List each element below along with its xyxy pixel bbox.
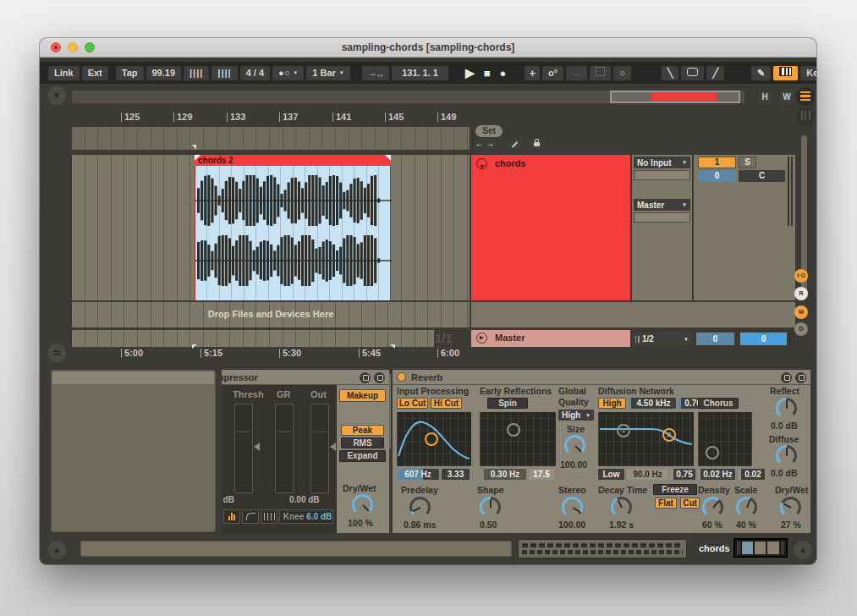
master-lane[interactable] — [72, 330, 434, 347]
track-unfold-button[interactable] — [476, 158, 487, 169]
draw-mode-button[interactable]: ✎ — [751, 66, 771, 80]
threshold-handle-icon[interactable] — [254, 443, 260, 451]
new-button[interactable]: + — [525, 66, 540, 80]
spin-rate-value[interactable]: 0.30 Hz — [484, 469, 526, 480]
knee-value[interactable]: 6.0 dB — [306, 512, 332, 521]
transfer-curve-button[interactable] — [242, 509, 259, 524]
shape-value[interactable]: 0.50 — [480, 520, 497, 530]
nudge-up-button[interactable]: |||| — [212, 66, 237, 80]
io-meter-toggle-icon[interactable] — [796, 107, 815, 125]
zoom-width-button[interactable]: W — [780, 91, 794, 103]
browser-toggle-icon[interactable]: ▼ — [47, 86, 66, 105]
arrangement-position-field[interactable]: 131. 1. 1 — [392, 66, 448, 80]
nudge-down-button[interactable]: |||| — [184, 66, 209, 80]
record-button[interactable]: ● — [497, 66, 510, 80]
decay-time-value[interactable]: 1.92 s — [609, 520, 634, 530]
beat-time-ruler[interactable]: 125 129 133 137 141 145 149 — [72, 113, 470, 127]
decay-time-knob[interactable] — [611, 497, 632, 518]
tempo-field[interactable]: 99.19 — [146, 66, 182, 80]
lo-shelf-button[interactable]: Low — [598, 469, 624, 480]
info-view-toggle-icon[interactable]: ▲ — [47, 541, 66, 559]
activity-view-button[interactable] — [223, 509, 240, 524]
hi-cut-button[interactable]: Hi Cut — [431, 398, 462, 409]
hi-shelf-freq-value[interactable]: 4.50 kHz — [629, 398, 676, 409]
master-track-name[interactable]: Master — [495, 333, 525, 343]
loop-button[interactable] — [681, 66, 704, 80]
metronome-button[interactable]: ●○▼ — [272, 66, 304, 80]
clip-waveform-area[interactable] — [195, 166, 391, 300]
scrub-area[interactable] — [72, 127, 470, 150]
prev-marker-button[interactable]: ← — [474, 139, 484, 149]
io-section-toggle[interactable]: I·O — [794, 269, 808, 283]
filter-handle-icon[interactable] — [425, 432, 438, 446]
spin-amount-value[interactable]: 17.5 — [529, 469, 554, 480]
threshold-meter[interactable] — [234, 404, 253, 493]
track-name[interactable]: chords — [495, 158, 526, 168]
master-volume-control[interactable]: 0 — [740, 333, 787, 345]
scale-knob[interactable] — [736, 497, 757, 518]
key-map-button[interactable]: Key — [800, 66, 816, 80]
zoom-height-button[interactable]: H — [758, 91, 772, 103]
device-scrollbar[interactable] — [389, 373, 391, 449]
reverb-title-bar[interactable]: Reverb — [393, 370, 810, 385]
diffuse-value[interactable]: 0.0 dB — [771, 468, 798, 478]
tap-tempo-button[interactable]: Tap — [116, 66, 144, 80]
crossfade-assign-button[interactable]: C — [739, 170, 785, 182]
pan-control[interactable]: 0 — [698, 170, 736, 182]
marquee-icon[interactable] — [590, 66, 611, 80]
knee-control[interactable]: Knee 6.0 dB — [279, 509, 333, 524]
delay-section-toggle[interactable]: D — [794, 322, 808, 336]
diffusion-filter-display[interactable]: 1 2 — [598, 412, 694, 466]
quantization-menu[interactable]: 1 Bar▼ — [306, 66, 349, 80]
comp-drywet-knob[interactable] — [352, 494, 373, 515]
compressor-title-bar[interactable]: Compressor — [222, 370, 389, 385]
fade-out-icon[interactable]: ╱ — [706, 66, 724, 80]
play-button[interactable]: ▶ — [462, 66, 478, 80]
hi-shelf-button[interactable]: High — [598, 398, 626, 409]
automation-arm-button[interactable]: o° — [542, 66, 563, 80]
overview-toggle-icon[interactable] — [796, 87, 815, 106]
fade-in-icon[interactable]: ╲ — [662, 66, 679, 80]
stereo-knob[interactable] — [562, 497, 583, 518]
mixer-section-toggle[interactable]: M — [794, 305, 808, 319]
reverb-drywet-knob[interactable] — [780, 497, 801, 518]
detail-view-toggle-icon[interactable]: ▲ — [794, 541, 812, 559]
scale-value[interactable]: 40 % — [736, 520, 756, 530]
master-output-chooser[interactable]: 1/2▼ — [632, 333, 692, 345]
filter-freq-value[interactable]: 607 Hz — [397, 469, 439, 480]
time-signature-field[interactable]: 4 / 4 — [240, 66, 270, 80]
hi-shelf-handle-icon[interactable]: 2 — [662, 428, 676, 442]
follow-button[interactable]: →‥ — [362, 66, 389, 80]
lo-cut-button[interactable]: Lo Cut — [397, 398, 428, 409]
flat-button[interactable]: Flat — [655, 498, 677, 509]
clip-fade-out-handle[interactable] — [385, 155, 391, 161]
quality-chooser[interactable]: High▼ — [558, 410, 594, 421]
output-type-chooser[interactable]: Master▼ — [634, 199, 690, 211]
chorus-rate-value[interactable]: 0.02 Hz — [698, 469, 735, 480]
output-handle-icon[interactable] — [330, 443, 336, 451]
collapsed-view-button[interactable] — [261, 509, 277, 524]
expand-button[interactable]: Expand — [339, 450, 386, 462]
makeup-button[interactable]: Makeup — [339, 389, 386, 402]
reverb-drywet-value[interactable]: 27 % — [781, 520, 801, 530]
size-knob[interactable] — [564, 435, 585, 456]
audio-clip[interactable]: chords 2 — [195, 155, 391, 300]
returns-section-toggle[interactable]: R — [794, 287, 808, 300]
solo-button[interactable]: S — [739, 157, 756, 168]
cut-button[interactable]: Cut — [680, 498, 700, 509]
lo-shelf-handle-icon[interactable]: 1 — [617, 424, 630, 437]
track-activator-button[interactable]: 1 — [698, 157, 736, 168]
ext-button[interactable]: Ext — [82, 66, 108, 80]
input-type-chooser[interactable]: No Input▼ — [634, 157, 690, 168]
comp-drywet-value[interactable]: 100 % — [348, 518, 373, 528]
reflect-value[interactable]: 0.0 dB — [771, 421, 798, 431]
device-activator-led[interactable] — [397, 372, 406, 382]
predelay-value[interactable]: 0.86 ms — [404, 520, 437, 530]
chorus-handle-icon[interactable] — [706, 446, 719, 459]
track-header-chords[interactable]: chords — [471, 155, 630, 300]
clip-fade-in-handle[interactable] — [195, 155, 201, 161]
density-value[interactable]: 60 % — [702, 520, 722, 530]
spin-button[interactable]: Spin — [487, 398, 528, 409]
master-pan-control[interactable]: 0 — [696, 333, 734, 345]
overview-zoom-window[interactable] — [610, 91, 740, 103]
